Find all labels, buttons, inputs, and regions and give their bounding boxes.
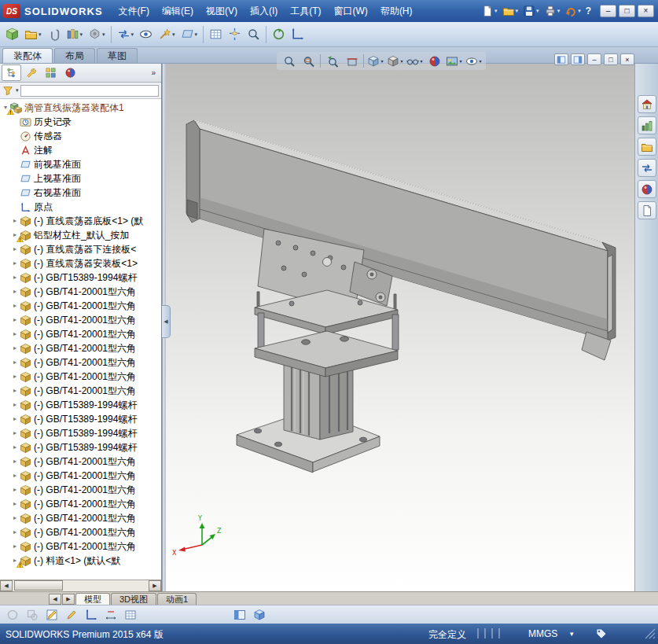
tree-expander-icon[interactable]: ▸ — [11, 444, 19, 451]
reference-geometry-dropdown-icon[interactable]: ▾ — [195, 31, 198, 38]
zoom-area-icon[interactable] — [299, 53, 318, 69]
display-pane-toggle-icon[interactable] — [250, 607, 268, 623]
tree-item[interactable]: ▸(-) GB/T41-20001型六角 — [2, 469, 161, 483]
tree-expander-icon[interactable]: ▸ — [11, 274, 19, 281]
tree-item[interactable]: ▸(-) GB/T41-20001型六角 — [2, 285, 161, 299]
tab-scroll-right-button[interactable]: ▶ — [62, 594, 75, 605]
tree-item[interactable]: ▸(-) GB/T15389-1994螺杆 — [2, 440, 161, 454]
view-palette-tab[interactable] — [638, 159, 656, 177]
view-tab-1[interactable]: 模型 — [75, 593, 110, 605]
new-document-dropdown-icon[interactable]: ▾ — [494, 8, 498, 14]
tree-item[interactable]: 注解 — [2, 143, 161, 157]
doc-minimize-button[interactable]: – — [587, 53, 601, 65]
open-component-dropdown-icon[interactable]: ▾ — [39, 31, 42, 38]
help-icon[interactable]: ? — [583, 4, 594, 18]
new-motion-study-icon[interactable] — [270, 24, 288, 45]
tree-expander-icon[interactable]: ▸ — [11, 260, 19, 267]
tree-item[interactable]: 原点 — [2, 200, 161, 214]
tree-expander-icon[interactable]: ▸ — [11, 345, 19, 351]
tree-expander-icon[interactable]: ▸ — [11, 289, 19, 295]
previous-view-icon[interactable] — [322, 53, 342, 69]
close-button[interactable]: × — [638, 5, 654, 17]
tree-item[interactable]: ▸(-) GB/T41-20001型六角 — [2, 525, 161, 539]
command-tab-3[interactable]: 草图 — [97, 48, 138, 63]
tree-item[interactable]: ▸(-) GB/T41-20001型六角 — [2, 327, 161, 341]
restore-button[interactable]: □ — [619, 5, 635, 17]
instant3d-icon[interactable] — [289, 24, 307, 45]
command-tab-1[interactable]: 装配体 — [2, 48, 53, 63]
displaymanager-tab[interactable] — [61, 64, 80, 81]
tree-expander-icon[interactable]: ▸ — [11, 515, 19, 521]
tree-filter-input[interactable] — [20, 85, 159, 97]
smart-dimension-icon[interactable] — [101, 607, 119, 623]
grid-snap-icon[interactable] — [121, 607, 139, 623]
menu-item-1[interactable]: 文件(F) — [112, 2, 156, 21]
tree-item[interactable]: ▸(-) GB/T41-20001型六角 — [2, 370, 161, 384]
open-dropdown-icon[interactable]: ▾ — [516, 8, 519, 14]
scroll-right-button[interactable]: ▶ — [149, 580, 161, 591]
feed-channel-beam[interactable] — [186, 120, 616, 360]
undo-icon[interactable]: ▾ — [562, 3, 583, 19]
tree-expander-icon[interactable]: ▸ — [11, 529, 19, 535]
smart-fasteners-dropdown-icon[interactable]: ▾ — [102, 31, 105, 38]
command-tab-2[interactable]: 布局 — [54, 48, 95, 63]
view-tab-3[interactable]: 动画1 — [157, 593, 197, 605]
display-style-icon[interactable]: ▾ — [385, 53, 405, 69]
filter-funnel-icon[interactable] — [2, 85, 14, 97]
save-icon[interactable]: ▾ — [520, 3, 542, 19]
tree-item[interactable]: 历史记录 — [2, 115, 161, 129]
assembly-3d-model[interactable]: X Y Z — [166, 64, 634, 591]
view-settings-dropdown-icon[interactable]: ▾ — [479, 58, 481, 64]
tree-item[interactable]: ▸(-) GB/T41-20001型六角 — [2, 497, 161, 511]
menu-item-4[interactable]: 插入(I) — [244, 2, 284, 21]
tree-item[interactable]: ▸(-) GB/T41-20001型六角 — [2, 384, 161, 398]
hide-show-items-dropdown-icon[interactable]: ▾ — [420, 58, 422, 64]
apply-scene-icon[interactable]: ▾ — [444, 53, 464, 69]
show-hidden-components-icon[interactable] — [137, 24, 155, 45]
tree-expander-icon[interactable]: ▸ — [11, 218, 19, 224]
view-orientation-dropdown-icon[interactable]: ▾ — [380, 58, 383, 64]
scrollbar-track[interactable] — [13, 580, 149, 591]
status-tag-icon[interactable] — [595, 627, 608, 640]
print-icon[interactable]: ▾ — [542, 3, 563, 19]
component-pattern-dropdown-icon[interactable]: ▾ — [80, 31, 83, 38]
tree-item[interactable]: 右视基准面 — [2, 186, 161, 200]
sketch-icon[interactable] — [42, 607, 61, 623]
apply-scene-dropdown-icon[interactable]: ▾ — [459, 58, 461, 64]
tree-item[interactable]: ▸(-) GB/T41-20001型六角 — [2, 341, 161, 355]
tree-item[interactable]: 上视基准面 — [2, 171, 161, 186]
reference-geometry-icon[interactable]: ▾ — [178, 24, 200, 45]
move-component-icon[interactable]: ▾ — [115, 24, 137, 45]
save-dropdown-icon[interactable]: ▾ — [536, 8, 539, 14]
tree-item[interactable]: ▸铝型材立柱_默认_按加 — [2, 228, 161, 242]
configurationmanager-tab[interactable] — [41, 64, 61, 81]
tree-expander-icon[interactable]: ▸ — [11, 388, 19, 394]
open-component-icon[interactable]: ▾ — [22, 24, 44, 45]
edit-appearance-icon[interactable] — [425, 53, 444, 69]
menu-item-5[interactable]: 工具(T) — [284, 2, 327, 21]
open-icon[interactable]: ▾ — [500, 3, 521, 19]
appearances-scenes-tab[interactable] — [638, 180, 656, 198]
tree-expander-icon[interactable]: ▸ — [11, 430, 19, 436]
units-dropdown-icon[interactable]: ▼ — [568, 631, 575, 638]
graphics-area[interactable]: X Y Z — [166, 64, 634, 591]
tree-expander-icon[interactable]: ▸ — [11, 487, 19, 493]
view-orientation-icon[interactable]: ▾ — [366, 53, 385, 69]
tree-item[interactable]: ▸(-) GB/T15389-1994螺杆 — [2, 412, 161, 426]
custom-properties-tab[interactable] — [638, 201, 656, 219]
tree-expander-icon[interactable]: ▸ — [11, 246, 19, 252]
hide-show-items-icon[interactable]: ▾ — [405, 53, 425, 69]
menu-item-3[interactable]: 视图(V) — [200, 2, 244, 21]
tree-item[interactable]: ▸(-) GB/T41-20001型六角 — [2, 483, 161, 497]
tree-expander-icon[interactable]: ▸ — [11, 416, 19, 422]
tree-item[interactable]: ▸(-) GB/T41-20001型六角 — [2, 313, 161, 327]
tree-expander-icon[interactable]: ▸ — [11, 402, 19, 408]
tree-item[interactable]: ▸(-) GB/T15389-1994螺杆 — [2, 426, 161, 440]
tree-item[interactable]: ▸(-) 直线震荡器底板<1> (默 — [2, 214, 161, 228]
sketch-entities-disabled-icon[interactable] — [3, 607, 21, 623]
task-pane-toggle-icon[interactable] — [230, 607, 248, 623]
doc-close-button[interactable]: × — [620, 53, 634, 65]
feature-tree-root-item[interactable]: ▾滴管直线振荡器装配体1 — [2, 101, 161, 115]
propertymanager-tab[interactable] — [21, 64, 41, 81]
tree-item[interactable]: ▸(-) GB/T41-20001型六角 — [2, 539, 161, 554]
